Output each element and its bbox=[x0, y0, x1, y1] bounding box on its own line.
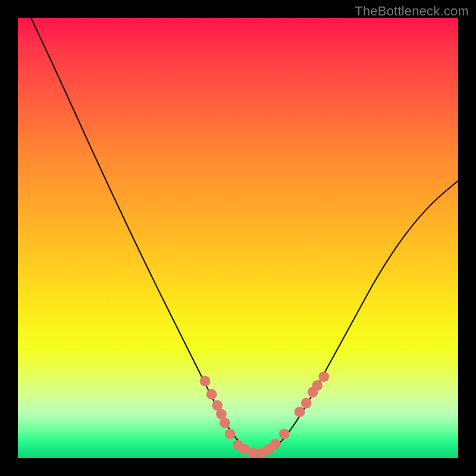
watermark-text: TheBottleneck.com bbox=[355, 4, 469, 19]
plot-area bbox=[18, 18, 458, 458]
highlight-dot bbox=[301, 398, 312, 409]
bottleneck-curve bbox=[31, 18, 458, 453]
chart-frame: TheBottleneck.com bbox=[0, 0, 476, 476]
highlight-dot bbox=[318, 371, 329, 382]
highlight-dot bbox=[206, 389, 217, 400]
highlight-dot bbox=[295, 406, 305, 417]
highlight-dots bbox=[200, 371, 330, 458]
highlight-dot bbox=[225, 428, 236, 439]
highlight-dot bbox=[270, 439, 281, 449]
highlight-dot bbox=[312, 380, 322, 391]
highlight-dot bbox=[220, 418, 230, 428]
highlight-dot bbox=[200, 376, 211, 387]
highlight-dot bbox=[279, 428, 290, 439]
chart-svg bbox=[18, 18, 458, 458]
